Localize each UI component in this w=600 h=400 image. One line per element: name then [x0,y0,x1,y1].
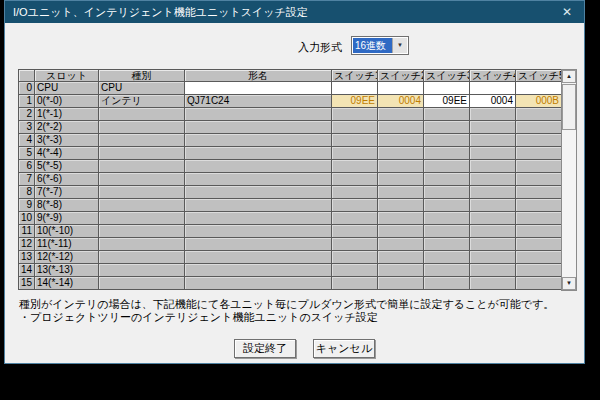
switch-cell[interactable] [378,82,424,95]
switch-cell[interactable]: 09EE [332,95,378,108]
switch-cell [424,160,470,173]
switch-cell [378,160,424,173]
switch-cell [424,212,470,225]
switch-cell [378,238,424,251]
row-number-cell: 0 [19,82,35,95]
model-cell [185,186,332,199]
unit-switch-table: スロット種別形名スイッチ1スイッチ2スイッチ3スイッチ4スイッチ5 0CPUCP… [18,69,577,291]
row-number-cell: 10 [19,212,35,225]
model-cell [185,199,332,212]
scrollbar-thumb[interactable] [562,84,576,130]
switch-cell [332,264,378,277]
switch-cell [516,160,562,173]
table-row: 10(*-0)インテリQJ71C2409EE000409EE0004000B [19,95,562,108]
model-cell [185,121,332,134]
switch-cell [516,251,562,264]
table-row: 98(*-8) [19,199,562,212]
switch-cell [332,108,378,121]
scrollbar-up-icon[interactable]: ▲ [562,70,576,83]
switch-cell [424,225,470,238]
slot-cell: 9(*-9) [35,212,99,225]
switch-cell [424,186,470,199]
slot-cell: 4(*-4) [35,147,99,160]
switch-cell [378,199,424,212]
switch-cell [424,173,470,186]
switch-cell[interactable] [424,82,470,95]
switch-cell [516,264,562,277]
switch-cell [424,238,470,251]
row-number-cell: 14 [19,264,35,277]
model-cell [185,147,332,160]
model-cell [185,264,332,277]
table-row: 32(*-2) [19,121,562,134]
switch-cell [378,212,424,225]
switch-cell[interactable] [470,82,516,95]
slot-cell: CPU [35,82,99,95]
type-cell [99,160,185,173]
slot-cell: 5(*-5) [35,160,99,173]
switch-cell [470,251,516,264]
switch-cell [332,199,378,212]
switch-cell [470,173,516,186]
column-header: 形名 [185,70,332,82]
column-header: スイッチ2 [378,70,424,82]
row-number-cell: 5 [19,147,35,160]
switch-cell [332,160,378,173]
table-row: 1110(*-10) [19,225,562,238]
switch-cell [470,199,516,212]
switch-cell[interactable]: 0004 [378,95,424,108]
type-cell [99,108,185,121]
dialog-titlebar[interactable]: I/Oユニット、インテリジェント機能ユニットスイッチ設定 ✕ [5,1,584,23]
confirm-button[interactable]: 設定終了 [234,339,296,358]
switch-cell [470,147,516,160]
column-header: スイッチ1 [332,70,378,82]
slot-cell: 3(*-3) [35,134,99,147]
switch-cell [424,199,470,212]
table-row: 21(*-1) [19,108,562,121]
input-format-dropdown[interactable]: 16進数 ▼ [351,36,409,55]
switch-cell [332,173,378,186]
switch-cell [378,225,424,238]
switch-cell [470,277,516,290]
vertical-scrollbar[interactable]: ▲ ▼ [561,69,577,291]
slot-cell: 0(*-0) [35,95,99,108]
switch-cell [332,212,378,225]
switch-cell [424,147,470,160]
switch-cell[interactable]: 000B [516,95,562,108]
table-row: 109(*-9) [19,212,562,225]
dialog-title: I/Oユニット、インテリジェント機能ユニットスイッチ設定 [13,6,308,18]
model-cell[interactable] [185,82,332,95]
close-icon[interactable]: ✕ [558,1,576,23]
chevron-down-icon[interactable]: ▼ [392,38,407,53]
table-grid: スロット種別形名スイッチ1スイッチ2スイッチ3スイッチ4スイッチ5 0CPUCP… [18,69,562,290]
switch-cell[interactable]: 09EE [424,95,470,108]
scrollbar-down-icon[interactable]: ▼ [562,277,576,290]
model-cell [185,225,332,238]
switch-cell[interactable]: 0004 [470,95,516,108]
row-number-cell: 7 [19,173,35,186]
switch-cell [332,147,378,160]
column-header: スイッチ3 [424,70,470,82]
switch-cell[interactable] [516,82,562,95]
row-number-cell: 13 [19,251,35,264]
switch-cell [378,147,424,160]
screen-background: I/Oユニット、インテリジェント機能ユニットスイッチ設定 ✕ 入力形式 16進数… [0,0,600,400]
table-body: 0CPUCPU10(*-0)インテリQJ71C2409EE000409EE000… [19,82,562,290]
cancel-button[interactable]: キャンセル [313,339,375,358]
switch-setting-dialog: I/Oユニット、インテリジェント機能ユニットスイッチ設定 ✕ 入力形式 16進数… [4,0,585,364]
table-row: 1514(*-14) [19,277,562,290]
row-number-cell: 8 [19,186,35,199]
switch-cell [516,212,562,225]
switch-cell [516,121,562,134]
switch-cell [332,134,378,147]
type-cell [99,212,185,225]
switch-cell [332,277,378,290]
switch-cell [516,277,562,290]
slot-cell: 13(*-13) [35,264,99,277]
slot-cell: 11(*-11) [35,238,99,251]
model-cell [185,212,332,225]
type-cell [99,225,185,238]
switch-cell [378,186,424,199]
slot-cell: 8(*-8) [35,199,99,212]
switch-cell[interactable] [332,82,378,95]
